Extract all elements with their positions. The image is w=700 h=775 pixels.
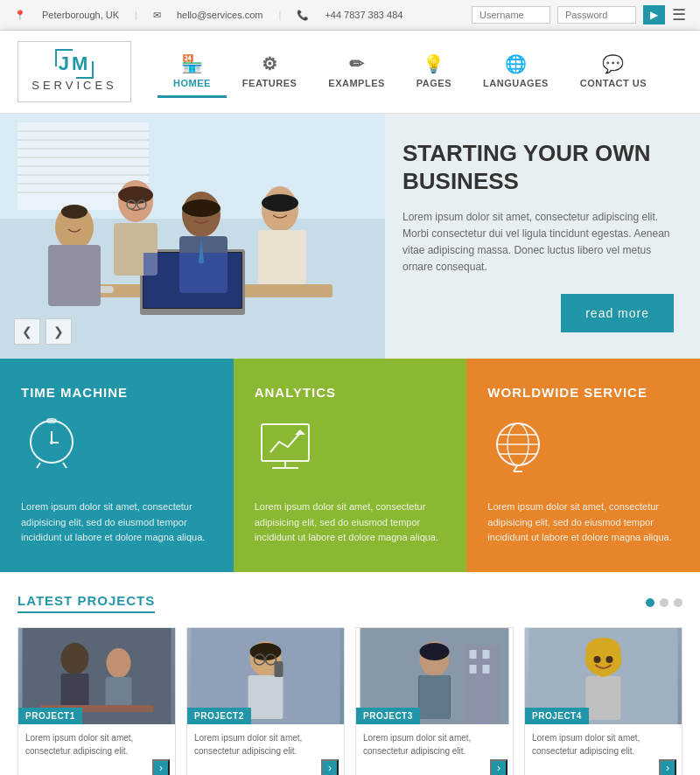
- clock-icon: [21, 414, 82, 485]
- project-image-1: PROJECT1: [18, 628, 175, 724]
- dot-2[interactable]: [660, 598, 668, 607]
- svg-line-39: [63, 463, 66, 468]
- read-more-button[interactable]: read more: [561, 294, 674, 332]
- svg-rect-24: [258, 230, 306, 284]
- username-input[interactable]: [472, 6, 550, 24]
- feature-text-1: Lorem ipsum dolor sit amet, consectetur …: [255, 499, 446, 546]
- feature-analytics: ANALYTICS Lorem ipsum dolor sit amet, co…: [234, 359, 467, 572]
- main-nav: 🏪 HOMEE ⚙ FEATURES ✏ EXAMPLES 💡 PAGES 🌐 …: [158, 46, 682, 98]
- globe-icon: 🌐: [505, 53, 528, 74]
- email-icon: ✉: [153, 10, 161, 21]
- svg-point-82: [594, 656, 601, 663]
- svg-point-26: [182, 199, 220, 217]
- project-arrow-3[interactable]: ›: [490, 759, 508, 775]
- menu-button[interactable]: ☰: [672, 5, 686, 24]
- hero-navigation: ❮ ❯: [14, 318, 72, 345]
- svg-marker-43: [295, 429, 305, 435]
- svg-point-28: [61, 205, 88, 219]
- svg-rect-77: [483, 665, 490, 674]
- nav-contact[interactable]: 💬 CONTACT US: [564, 46, 662, 98]
- project-body-1: Lorem ipsum dolor sit amet, consectetur …: [18, 724, 175, 775]
- svg-point-25: [118, 186, 153, 204]
- feature-worldwide: WORLDWIDE SERVICE Lorem ipsum dolor sit …: [466, 359, 700, 572]
- hero-content: STARTING YOUR OWN BUSINESS Lorem ipsum d…: [385, 114, 700, 359]
- dot-1[interactable]: [646, 598, 654, 607]
- project-arrow-4[interactable]: ›: [659, 759, 676, 775]
- project-label-1: PROJECT1: [18, 708, 82, 724]
- project-body-3: Lorem ipsum dolor sit amet, consectetur …: [356, 724, 513, 775]
- projects-section: LATEST PROJECTS: [0, 572, 700, 775]
- nav-home[interactable]: 🏪 HOMEE: [158, 46, 227, 98]
- project-body-4: Lorem ipsum dolor sit amet, consectetur …: [525, 724, 682, 775]
- project-desc-2: Lorem ipsum dolor sit amet, consectetur …: [194, 731, 337, 758]
- nav-examples[interactable]: ✏ EXAMPLES: [312, 46, 401, 98]
- divider2: |: [279, 10, 282, 20]
- dot-3[interactable]: [674, 598, 682, 607]
- project-label-3: PROJECT3: [356, 708, 420, 724]
- feature-text-2: Lorem ipsum dolor sit amet, consectetur …: [487, 499, 679, 546]
- password-input[interactable]: [557, 6, 636, 24]
- svg-point-72: [420, 643, 450, 660]
- feature-title-1: ANALYTICS: [255, 385, 336, 400]
- hero-image: ❮ ❯: [0, 114, 385, 359]
- svg-point-37: [50, 441, 53, 444]
- svg-rect-56: [61, 674, 89, 709]
- bulb-icon: 💡: [423, 53, 445, 74]
- svg-rect-41: [262, 424, 309, 461]
- project-arrow-1[interactable]: ›: [152, 759, 170, 775]
- project-card-2: PROJECT2 Lorem ipsum dolor sit amet, con…: [186, 627, 345, 775]
- feature-text-0: Lorem ipsum dolor sit amet, consectetur …: [21, 499, 213, 546]
- store-icon: 🏪: [181, 53, 204, 74]
- project-desc-3: Lorem ipsum dolor sit amet, consectetur …: [363, 731, 506, 758]
- hero-prev-button[interactable]: ❮: [14, 318, 40, 345]
- svg-rect-75: [483, 650, 490, 659]
- main-wrapper: JM SERVICES 🏪 HOMEE ⚙ FEATURES ✏ EXAMPLE…: [0, 31, 700, 775]
- nav-languages[interactable]: 🌐 LANGUAGES: [467, 46, 564, 98]
- project-card-1: PROJECT1 Lorem ipsum dolor sit amet, con…: [18, 627, 176, 775]
- location-icon: 📍: [14, 10, 26, 21]
- logo-initials: JM: [59, 52, 91, 75]
- phone-text: +44 7837 383 484: [325, 10, 402, 20]
- svg-point-27: [262, 194, 298, 212]
- svg-rect-74: [470, 650, 477, 659]
- hero-text: Lorem ipsum dolor sit amet, consectetur …: [402, 209, 674, 276]
- hero-next-button[interactable]: ❯: [46, 318, 72, 345]
- projects-title: LATEST PROJECTS: [18, 593, 155, 613]
- chat-icon: 💬: [602, 53, 625, 74]
- features-row: TIME MACHINE Lorem ipsum dolor sit amet,…: [0, 359, 700, 572]
- phone-icon: 📞: [297, 10, 309, 21]
- svg-rect-63: [275, 661, 284, 677]
- projects-pagination: [646, 598, 682, 607]
- topbar: 📍 Peterborough, UK | ✉ hello@services.co…: [0, 0, 700, 31]
- header: JM SERVICES 🏪 HOMEE ⚙ FEATURES ✏ EXAMPLE…: [0, 31, 700, 114]
- svg-line-38: [37, 463, 40, 468]
- project-body-2: Lorem ipsum dolor sit amet, consectetur …: [187, 724, 344, 775]
- project-label-2: PROJECT2: [187, 708, 251, 724]
- world-icon: [487, 414, 549, 485]
- chart-icon: [255, 414, 316, 485]
- projects-grid: PROJECT1 Lorem ipsum dolor sit amet, con…: [18, 627, 682, 775]
- svg-rect-62: [248, 675, 284, 719]
- svg-rect-32: [144, 253, 242, 308]
- logo: JM SERVICES: [18, 41, 131, 102]
- project-image-2: PROJECT2: [187, 628, 344, 724]
- project-image-4: PROJECT4: [525, 628, 682, 724]
- nav-features[interactable]: ⚙ FEATURES: [227, 46, 312, 98]
- svg-rect-17: [48, 245, 101, 306]
- project-desc-4: Lorem ipsum dolor sit amet, consectetur …: [532, 731, 675, 758]
- project-image-3: PROJECT3: [356, 628, 513, 724]
- hero-title: STARTING YOUR OWN BUSINESS: [402, 140, 674, 194]
- svg-rect-80: [586, 676, 621, 720]
- projects-header: LATEST PROJECTS: [18, 593, 682, 613]
- project-arrow-2[interactable]: ›: [321, 759, 339, 775]
- login-button[interactable]: ▶: [643, 5, 665, 24]
- location-text: Peterborough, UK: [42, 10, 119, 20]
- project-card-4: PROJECT4 Lorem ipsum dolor sit amet, con…: [524, 627, 682, 775]
- feature-title-2: WORLDWIDE SERVICE: [487, 385, 648, 400]
- nav-pages[interactable]: 💡 PAGES: [401, 46, 467, 98]
- svg-rect-71: [419, 675, 451, 719]
- project-label-4: PROJECT4: [525, 708, 589, 724]
- hero-section: ❮ ❯ STARTING YOUR OWN BUSINESS Lorem ips…: [0, 114, 700, 359]
- project-card-3: PROJECT3 Lorem ipsum dolor sit amet, con…: [355, 627, 514, 775]
- divider: |: [135, 10, 137, 20]
